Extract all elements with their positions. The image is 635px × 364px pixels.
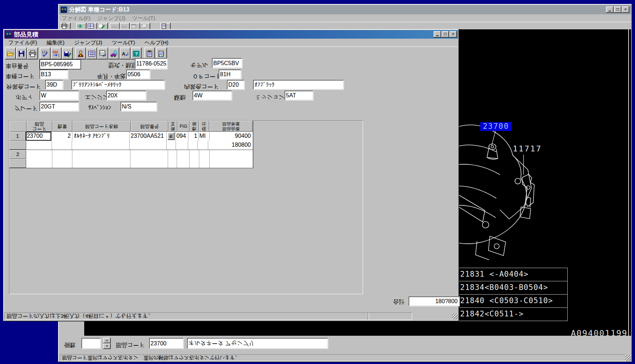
- bg-window-titlebar[interactable]: ✶✶ 分解図 車種コード:B13 ▁ □ ✕: [59, 5, 631, 14]
- bg-print-button[interactable]: [61, 23, 71, 29]
- bg-fig-edit-button[interactable]: [98, 23, 108, 29]
- interior-color-code-field[interactable]: D20: [227, 80, 245, 90]
- cell-blank: [168, 159, 177, 168]
- open-button[interactable]: [5, 48, 16, 59]
- op-code-field[interactable]: 81H: [219, 69, 242, 79]
- cell-unit-price[interactable]: 90400: [210, 132, 253, 141]
- compat-button[interactable]: 有: [168, 132, 175, 140]
- menu-jump[interactable]: ジャンプ(J): [71, 39, 105, 47]
- type-class-field[interactable]: 11786-0525: [135, 58, 168, 69]
- fw-minimize-button[interactable]: ▁: [434, 31, 441, 38]
- vehicle-code-field[interactable]: B13: [39, 69, 68, 79]
- chassis-field[interactable]: BP5-085965: [39, 59, 81, 69]
- bg-menu-file[interactable]: ファイル(F): [59, 14, 93, 23]
- range-row[interactable]: 21842<C0511->: [459, 307, 567, 321]
- quantity-stepper: ▲ ▼: [103, 338, 111, 349]
- range-row[interactable]: 21831 <-A0404>: [459, 268, 567, 281]
- col-part-name: 部品コード名称: [72, 121, 131, 132]
- exterior-color-name-field[interactable]: ﾌﾞﾘﾘｱﾝﾄｼﾙﾊﾞｰﾒﾀﾘｯｸ: [71, 80, 165, 90]
- font-return-button[interactable]: A: [120, 48, 130, 59]
- check-123-button[interactable]: 123: [40, 48, 51, 59]
- model-field[interactable]: BP5C5BV: [212, 58, 243, 68]
- grid-button[interactable]: [86, 48, 97, 59]
- chassis-label: 車台番号: [6, 62, 29, 69]
- cell-blank: [177, 159, 190, 168]
- bg-resize-grip[interactable]: [625, 355, 631, 361]
- cell-count[interactable]: 1: [188, 132, 199, 141]
- cell-part-name[interactable]: ｵﾙﾀﾈｰﾀ ｱｾﾝﾌﾞﾘ: [72, 132, 129, 141]
- range-list: 21831 <-A0404> 21834<B0403-B0504> 21840 …: [459, 268, 568, 321]
- bg-maximize-button[interactable]: □: [614, 6, 621, 13]
- bg-window2-button[interactable]: [140, 23, 150, 29]
- fig-jump-button[interactable]: FIG: [97, 48, 108, 59]
- bg-jump-button[interactable]: [76, 23, 86, 29]
- exterior-color-code-field[interactable]: 39D: [45, 80, 63, 90]
- cell-part-number[interactable]: 23700AA521: [130, 132, 167, 141]
- bg-fig2-button[interactable]: FIG.: [120, 23, 130, 29]
- engine-field[interactable]: 20X: [106, 91, 147, 101]
- row-number[interactable]: [9, 141, 26, 150]
- cell-blank: [188, 141, 198, 150]
- range-row[interactable]: 21840 <C0503-C0510>: [459, 294, 567, 307]
- save-edit-button[interactable]: [62, 48, 73, 59]
- cell-part-code[interactable]: 23700: [26, 132, 52, 141]
- fw-titlebar[interactable]: ✶✶ 部品見積 ▁ □ ✕: [4, 30, 458, 39]
- menu-help[interactable]: ヘルプ(H): [142, 39, 171, 47]
- fw-resize-grip[interactable]: [452, 313, 458, 319]
- grade-field[interactable]: 20GT: [39, 102, 79, 112]
- fw-status-segment: [368, 312, 412, 320]
- cell-blank: [177, 150, 190, 159]
- menu-file[interactable]: ファイル(F): [6, 39, 40, 47]
- year-month-field[interactable]: 0506: [126, 69, 151, 79]
- bg-close-button[interactable]: ✕: [622, 6, 629, 13]
- fw-menubar: ファイル(F) 編集(E) ジャンプ(J) ツール(T) ヘルプ(H): [4, 39, 458, 47]
- stepper-up-button[interactable]: ▲: [103, 338, 111, 343]
- diagram-part-label[interactable]: 11717: [513, 144, 542, 153]
- fw-title: 部品見積: [14, 30, 38, 39]
- part-code-input[interactable]: 23700: [149, 338, 184, 349]
- drive-field[interactable]: 4W: [192, 91, 232, 101]
- renumber-000-button[interactable]: 0001: [51, 48, 62, 59]
- bg-window1-button[interactable]: [130, 23, 140, 29]
- cell-spec[interactable]: MI: [199, 132, 210, 141]
- customer-button[interactable]: [75, 48, 86, 59]
- fw-maximize-button[interactable]: □: [441, 31, 449, 38]
- cell-total-price[interactable]: 180800: [208, 141, 253, 150]
- bg-bottom-bar: 個数 ▲ ▼ 部品コード 23700 オルタネータ アセンブリ: [59, 336, 631, 354]
- bg-menubar: ファイル(F) ジャンプ(J) ツール(T): [59, 14, 631, 22]
- print-button[interactable]: [27, 48, 38, 59]
- save-button[interactable]: [16, 48, 27, 59]
- quantity-input[interactable]: [81, 338, 101, 349]
- cell-fig[interactable]: 094: [176, 132, 188, 141]
- diagram-part-label-selected[interactable]: 23700: [480, 122, 512, 131]
- row-number[interactable]: [9, 159, 26, 168]
- op-code-label: ＯＰコード: [192, 72, 221, 80]
- range-row[interactable]: 21834<B0403-B0504>: [459, 281, 567, 294]
- year-month-label: 年月・年改: [97, 72, 126, 80]
- bg-menu-jump[interactable]: ジャンプ(J): [95, 14, 128, 23]
- part-name-field[interactable]: オルタネータ アセンブリ: [187, 338, 328, 349]
- bg-estimate-alert-button[interactable]: !: [161, 23, 171, 29]
- bg-minimize-button[interactable]: ▁: [606, 6, 613, 13]
- bg-status-bar: 部品コード選択はマウス左ボタン 選択の解除はマウス右ボタンで行います。: [59, 354, 631, 361]
- row-number[interactable]: 1: [9, 132, 26, 141]
- cell-qty[interactable]: 2: [52, 132, 72, 141]
- menu-edit[interactable]: 編集(E): [44, 39, 67, 47]
- fw-close-button[interactable]: ✕: [449, 31, 457, 38]
- stepper-down-button[interactable]: ▼: [103, 344, 111, 349]
- cell-part-code[interactable]: [26, 150, 52, 159]
- menu-tool[interactable]: ツール(T): [109, 39, 138, 47]
- bg-fig1-button[interactable]: FIG.: [110, 23, 120, 29]
- interior-color-name-field[interactable]: ｵﾌﾌﾞﾗｯｸ: [253, 80, 344, 90]
- model-label: モデル: [190, 61, 208, 69]
- row-number[interactable]: 2: [9, 150, 26, 159]
- part-code-label: 部品コード: [116, 341, 145, 349]
- suspension-field[interactable]: N/S: [120, 102, 157, 112]
- bg-menu-tool[interactable]: ツール(T): [129, 14, 158, 23]
- bg-fig-grid-button[interactable]: [87, 23, 97, 29]
- col-count: 個数: [190, 121, 199, 132]
- vehicle-search-button[interactable]: [109, 48, 119, 59]
- cell-blank: [52, 141, 72, 150]
- transmission-field[interactable]: 5AT: [285, 91, 314, 101]
- body-field[interactable]: W: [39, 91, 79, 101]
